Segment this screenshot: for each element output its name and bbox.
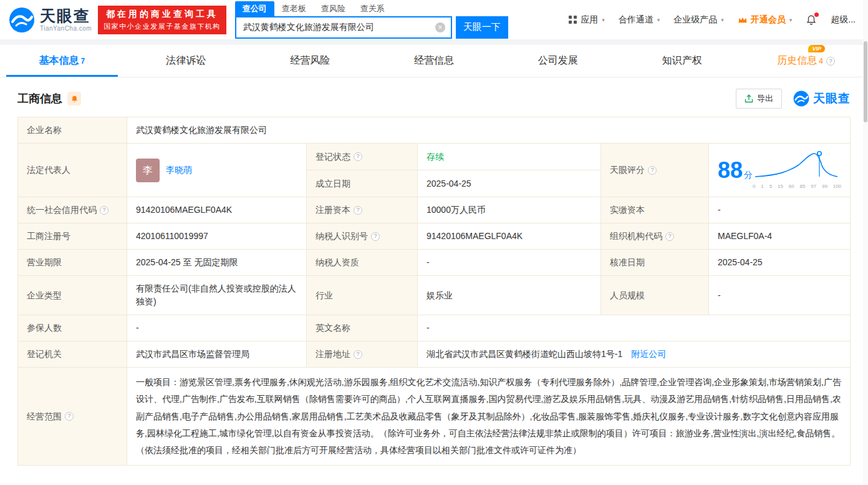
tab-intellectual-property[interactable]: 知识产权: [620, 45, 744, 77]
legal-rep-value: 李 李晓萌: [127, 144, 307, 197]
nav-open-vip[interactable]: 开通会员 ▾: [738, 14, 793, 26]
search-input[interactable]: [236, 17, 451, 37]
tab-count: 4: [819, 57, 823, 66]
subscribe-bell-icon[interactable]: [67, 92, 81, 105]
industry-value: 娱乐业: [418, 276, 601, 315]
taxpayer-id-value: 91420106MAEGLF0A4K: [418, 223, 601, 250]
tab-basic-info[interactable]: 基本信息 7: [0, 45, 124, 77]
search-tab-boss[interactable]: 查老板: [274, 1, 314, 16]
search-button[interactable]: 天眼一下: [456, 16, 508, 39]
search-tab-company[interactable]: 查公司: [235, 1, 274, 16]
table-row: 工商注册号 420106110019997 纳税人识别号 ? 91420106M…: [18, 223, 851, 250]
info-icon[interactable]: ?: [354, 350, 362, 359]
field-label: 行业: [316, 290, 333, 300]
field-label: 实缴资本: [610, 205, 645, 215]
clear-search-icon[interactable]: ×: [435, 22, 445, 32]
field-value: MAEGLF0A-4: [718, 231, 772, 241]
company-type-value: 有限责任公司(非自然人投资或控股的法人独资): [127, 276, 307, 315]
insured-count-label: 参保人数: [18, 315, 127, 341]
nav-apps-label: 应用: [581, 14, 598, 26]
field-value: 武汉黄鹤楼文化旅游发展有限公司: [136, 125, 267, 135]
info-icon[interactable]: ?: [100, 206, 109, 215]
field-label: 注册资本: [316, 203, 350, 217]
legal-rep-link[interactable]: 李晓萌: [166, 164, 192, 177]
field-label: 天眼评分: [610, 164, 645, 177]
taxpayer-id-label: 纳税人识别号 ?: [307, 223, 418, 250]
score-unit: 分: [744, 170, 753, 180]
top-nav: 应用 ▾ 合作通道 ▾ 企业级产品 ▾ 开通会员 ▾: [568, 14, 859, 26]
tab-label: 公司发展: [538, 54, 578, 67]
info-icon[interactable]: ?: [665, 232, 674, 241]
field-label: 人员规模: [610, 290, 645, 300]
promo-banner: 都在用的商业查询工具 国家中小企业发展子基金旗下机构: [98, 6, 226, 34]
export-button[interactable]: 导出: [736, 89, 782, 109]
tab-operating-risk[interactable]: 经营风险: [248, 45, 372, 77]
field-label: 登记机关: [27, 349, 62, 359]
field-label: 法定代表人: [27, 165, 70, 175]
reg-number-value: 420106110019997: [127, 223, 307, 250]
field-value: -: [427, 323, 430, 333]
field-value: 10000万人民币: [427, 205, 486, 215]
tab-lawsuits[interactable]: 法律诉讼: [124, 45, 248, 77]
nav-notifications[interactable]: [806, 14, 817, 26]
tab-operating-info[interactable]: 经营信息: [372, 45, 496, 77]
insured-count-value: -: [127, 315, 307, 341]
field-value: -: [136, 323, 139, 333]
field-label: 工商注册号: [27, 231, 70, 241]
field-label: 企业名称: [27, 125, 62, 135]
search-tab-relation[interactable]: 查关系: [353, 1, 392, 16]
table-row: 企业名称 武汉黄鹤楼文化旅游发展有限公司: [18, 117, 851, 144]
notification-dot: [814, 12, 819, 17]
reg-status-value: 存续: [418, 144, 601, 170]
scrollbar[interactable]: [863, 0, 868, 485]
tab-label: 基本信息: [39, 54, 79, 67]
nav-enterprise[interactable]: 企业级产品 ▾: [673, 14, 724, 26]
tab-company-development[interactable]: 公司发展: [496, 45, 620, 77]
scrollbar-thumb[interactable]: [864, 41, 867, 122]
field-value: 娱乐业: [427, 290, 453, 300]
nav-super-vip[interactable]: 超级...: [831, 14, 856, 26]
nav-super-vip-label: 超级...: [831, 14, 856, 26]
field-value: 420106110019997: [136, 231, 208, 241]
score-label: 天眼评分 ?: [601, 144, 709, 197]
tianyancha-logo-icon: [9, 7, 35, 33]
brand-text: 天眼查: [813, 91, 851, 107]
score-number: 88: [718, 157, 743, 183]
header-divider: [0, 39, 868, 45]
nav-apps[interactable]: 应用 ▾: [568, 14, 605, 26]
info-icon[interactable]: ?: [354, 206, 362, 215]
reg-authority-label: 登记机关: [18, 341, 127, 368]
legal-rep-avatar[interactable]: 李: [136, 159, 160, 182]
top-header: 天眼查 TianYanCha.com 都在用的商业查询工具 国家中小企业发展子基…: [0, 0, 868, 39]
vip-badge: VIP: [808, 45, 825, 52]
search-tab-risk[interactable]: 查风险: [314, 1, 353, 16]
tianyancha-logo[interactable]: 天眼查 TianYanCha.com: [9, 7, 92, 33]
info-icon[interactable]: ?: [648, 166, 657, 175]
nearby-companies-link[interactable]: 附近公司: [631, 349, 666, 359]
status-badge: 存续: [427, 152, 444, 162]
business-scope-value: 一般项目：游览景区管理,票务代理服务,休闲观光活动,游乐园服务,组织文化艺术交流…: [127, 368, 851, 466]
tab-history-info[interactable]: 历史信息 4 VIP ?: [744, 45, 868, 77]
field-label: 注册地址: [316, 348, 350, 361]
chevron-down-icon: ▾: [602, 17, 605, 23]
nav-partner-label: 合作通道: [619, 14, 653, 26]
export-icon: [745, 94, 753, 103]
legal-rep-label: 法定代表人: [18, 144, 127, 197]
establish-date-value: 2025-04-25: [418, 170, 601, 197]
field-value: -: [718, 290, 721, 300]
reg-capital-value: 10000万人民币: [418, 197, 601, 223]
taxpayer-quality-label: 纳税人资质: [307, 250, 418, 276]
reg-authority-value: 武汉市武昌区市场监督管理局: [127, 341, 307, 368]
field-value: 2025-04-25: [427, 179, 471, 189]
chevron-down-icon: ▾: [721, 17, 724, 23]
reg-address-value: 湖北省武汉市武昌区黄鹤楼街道蛇山西山坡特1号-1 附近公司: [418, 341, 851, 368]
nav-enterprise-label: 企业级产品: [673, 14, 717, 26]
info-icon[interactable]: ?: [65, 412, 74, 421]
info-icon[interactable]: ?: [371, 232, 380, 241]
info-icon[interactable]: ?: [354, 152, 362, 161]
table-row: 登记机关 武汉市武昌区市场监督管理局 注册地址 ? 湖北省武汉市武昌区黄鹤楼街道…: [18, 341, 851, 368]
field-value: -: [427, 257, 430, 267]
info-icon[interactable]: ?: [826, 57, 835, 66]
nav-partner[interactable]: 合作通道 ▾: [619, 14, 660, 26]
nav-open-vip-label: 开通会员: [751, 14, 786, 26]
